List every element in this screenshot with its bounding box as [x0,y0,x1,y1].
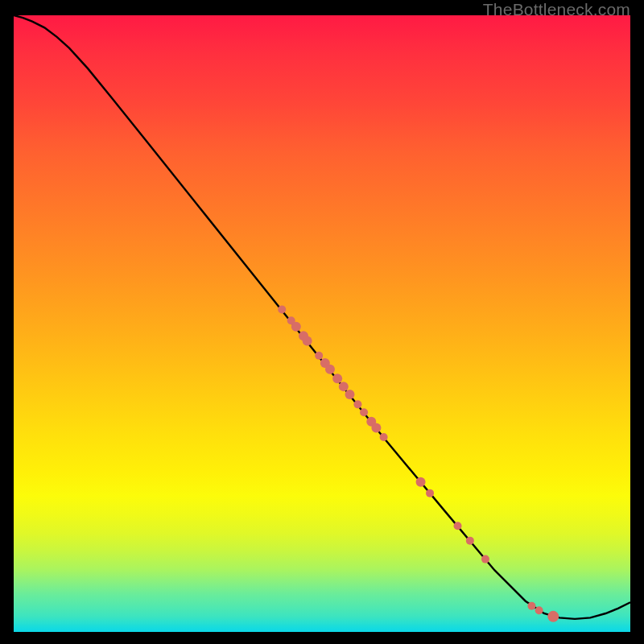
highlight-point [353,400,361,408]
highlight-point [332,374,342,383]
highlight-points-group [278,305,559,621]
highlight-point [527,602,535,610]
chart-container: TheBottleneck.com [0,0,644,644]
highlight-point [303,336,312,345]
plot-area [14,15,630,632]
highlight-point [535,606,543,614]
highlight-point [380,433,388,441]
highlight-point [339,382,349,391]
highlight-point [547,611,559,622]
highlight-point [426,489,434,497]
chart-svg [14,15,630,632]
highlight-point [291,322,301,332]
watermark-text: TheBottleneck.com [483,0,630,19]
highlight-point [325,365,335,374]
highlight-point [315,352,323,360]
highlight-point [278,305,286,313]
bottleneck-curve [14,15,630,619]
highlight-point [466,537,474,545]
highlight-point [360,408,368,416]
highlight-point [454,522,462,530]
highlight-point [481,555,489,564]
highlight-point [416,477,426,487]
highlight-point [371,423,381,432]
highlight-point [345,390,354,399]
